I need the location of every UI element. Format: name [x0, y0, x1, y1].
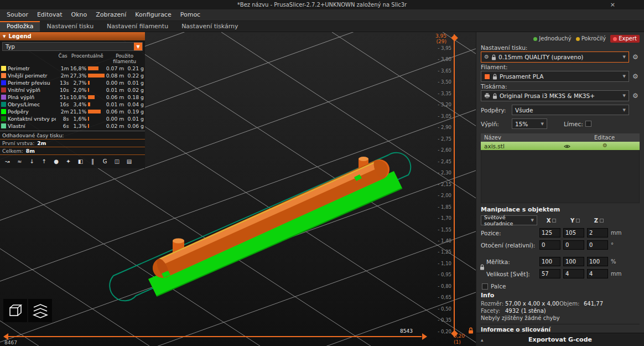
object-list-item[interactable]: axis.stl ⚙ [481, 142, 640, 150]
printer-combo[interactable]: Original Prusa i3 MK3S & MK3S+ ▼ [481, 90, 629, 101]
manip-3-y-input[interactable] [563, 269, 584, 278]
supports-label: Podpěry: [481, 107, 510, 113]
manip-row-0: Pozice:mm [481, 228, 640, 237]
layer-slider-handle-top[interactable] [451, 34, 458, 42]
first-layer-time-row: První vrstva: 2m [0, 139, 145, 147]
moves-slider-track[interactable] [8, 336, 422, 337]
coordinates-select[interactable]: Světové souřadnice ▼ [481, 215, 537, 225]
manip-unit: % [611, 259, 616, 265]
print-settings-gear-icon[interactable]: ⚙ [631, 51, 640, 63]
menu-item-3[interactable]: Zobrazení [91, 9, 131, 20]
brim-checkbox[interactable] [585, 121, 591, 127]
tab-2[interactable]: Nastavení filamentu [100, 21, 175, 32]
moves-slider-handle-left[interactable] [3, 333, 8, 340]
printer-gear-icon[interactable]: ⚙ [631, 90, 640, 101]
filament-color-swatch [484, 74, 490, 80]
mode-0[interactable]: Jednoduchý [533, 35, 571, 43]
object-edit-icon[interactable]: ⚙ [603, 142, 607, 148]
feature-time: 10s [56, 87, 69, 93]
preview-view-button[interactable] [28, 299, 52, 322]
feature-length: 0.00 m [106, 116, 124, 122]
feature-color-chip [1, 66, 6, 71]
tool-changes-icon[interactable]: ✦ [64, 157, 73, 166]
mode-1[interactable]: Pokročilý [576, 35, 606, 43]
viewport-3d[interactable]: ▼ Legend Typ ▼ Čas Procentuálně Použito … [0, 32, 476, 346]
layer-slider[interactable]: - 3,95- 3,80- 3,65- 3,50- 3,35- 3,20- 3,… [429, 32, 476, 346]
title-bar: *Bez názvu - PrusaSlicer-2.7.2+UNKNOWN z… [0, 0, 644, 9]
filament-combo[interactable]: Prusament PLA ▼ [481, 71, 629, 82]
custom-gcode-icon[interactable]: G [100, 157, 110, 166]
mirror-y-icon[interactable] [576, 219, 580, 223]
manip-2-x-input[interactable] [539, 257, 560, 266]
manip-1-x-input[interactable] [539, 240, 560, 250]
manip-0-z-input[interactable] [587, 228, 608, 237]
mode-2[interactable]: Expert [610, 35, 640, 43]
manip-2-y-input[interactable] [563, 257, 584, 266]
menu-item-1[interactable]: Editovat [33, 9, 67, 20]
color-changes-icon[interactable]: ◧ [76, 157, 85, 166]
legend-icon[interactable]: ▤ [124, 157, 134, 166]
feature-weight: 0.06 g [124, 123, 144, 129]
manip-0-y-input[interactable] [563, 228, 584, 237]
slider-lock-icon[interactable] [468, 327, 474, 335]
legend-header[interactable]: ▼ Legend [0, 32, 145, 40]
supports-select[interactable]: Všude ▼ [512, 105, 629, 115]
cube-icon [8, 303, 23, 318]
legend-row: Kontaktní vrstvy podpěr8s1,6%0.00 m0.01 … [0, 115, 145, 122]
mirror-x-icon[interactable] [552, 219, 556, 223]
uniform-scale-lock-icon[interactable] [480, 264, 485, 272]
view-type-dropdown[interactable]: Typ ▼ [2, 42, 143, 51]
moves-min-value: 8467 [4, 340, 17, 345]
sliced-info-title[interactable]: Informace o slicování [481, 324, 640, 333]
filament-value: Prusament PLA [500, 73, 543, 80]
tab-0[interactable]: Podložka [0, 21, 40, 32]
manip-1-y-input[interactable] [563, 240, 584, 250]
size-value: 57,00 x 4,00 x 4,00 [505, 300, 559, 307]
close-button[interactable]: × [610, 0, 615, 9]
tab-1[interactable]: Nastavení tisku [40, 21, 100, 32]
expand-arrow-icon[interactable]: ▴ [481, 337, 484, 343]
menu-item-4[interactable]: Konfigurace [131, 9, 175, 20]
menu-item-5[interactable]: Pomoc [176, 9, 205, 20]
legend-row: Vnější perimetr2m27,3%0.08 m0.22 g [0, 72, 145, 79]
tab-3[interactable]: Nastavení tiskárny [175, 21, 245, 32]
moves-slider-handle-right[interactable] [422, 333, 427, 340]
pauses-icon[interactable]: ‖ [88, 157, 97, 166]
wipe-icon[interactable]: ≈ [15, 157, 24, 166]
legend-panel: ▼ Legend Typ ▼ Čas Procentuálně Použito … [0, 32, 145, 168]
export-gcode-button[interactable]: Exportovat G-code [528, 336, 592, 343]
manip-0-x-input[interactable] [539, 228, 560, 237]
inches-checkbox[interactable] [482, 283, 488, 290]
travel-icon[interactable]: ↝ [3, 157, 12, 166]
first-layer-label: První vrstva: [2, 140, 34, 146]
moves-max-value: 8543 [400, 328, 413, 334]
manip-3-x-input[interactable] [539, 269, 560, 278]
editor-view-button[interactable] [3, 299, 27, 322]
layer-slider-track[interactable] [454, 34, 455, 337]
deretractions-icon[interactable]: ↑ [39, 157, 49, 166]
infill-select[interactable]: 15% ▼ [512, 118, 547, 129]
object-list-empty-area[interactable] [481, 150, 640, 203]
layer-current-bottom: 0,20 (1) [454, 333, 465, 345]
eye-icon[interactable] [564, 143, 570, 150]
manip-3-z-input[interactable] [587, 269, 608, 278]
menu-item-2[interactable]: Okno [67, 9, 92, 20]
seams-icon[interactable]: ● [51, 157, 61, 166]
legend-row: Perimetr1m16,8%0.07 m0.21 g [0, 65, 145, 72]
shells-icon[interactable]: ◫ [112, 157, 122, 166]
moves-slider[interactable]: 8543 8467 [3, 331, 427, 345]
feature-length: 0.01 m [106, 87, 124, 93]
retractions-icon[interactable]: ↓ [27, 157, 37, 166]
feature-time: 8s [56, 116, 69, 122]
feature-percent: 1,6% [69, 116, 87, 122]
filament-gear-icon[interactable]: ⚙ [631, 71, 640, 82]
printer-value: Original Prusa i3 MK3S & MK3S+ [500, 92, 595, 99]
manip-1-z-input[interactable] [587, 240, 608, 250]
menu-item-0[interactable]: Soubor [2, 9, 33, 20]
manip-2-z-input[interactable] [587, 257, 608, 266]
print-settings-combo[interactable]: ⚙ 0.15mm QUALITY (upraveno) ▼ [481, 51, 629, 63]
mirror-z-icon[interactable] [600, 219, 604, 223]
chevron-down-icon[interactable]: ▼ [134, 43, 142, 50]
layer-current-top: 3,95 (29) [435, 33, 446, 45]
printed-object[interactable] [154, 158, 388, 278]
